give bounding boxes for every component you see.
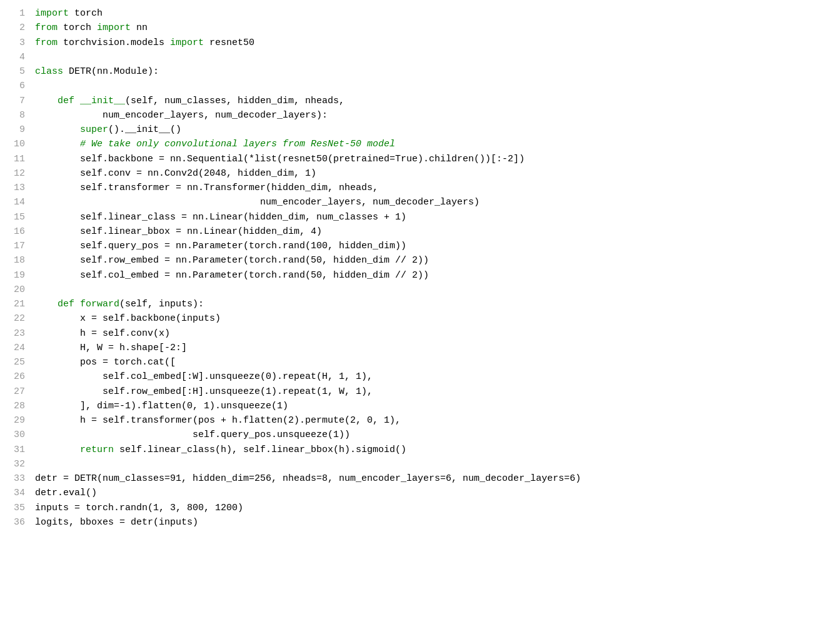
code-token-normal: ().__init__(): [108, 124, 181, 135]
line-number: 15: [10, 210, 25, 224]
code-token-normal: detr = DETR(num_classes=91, hidden_dim=2…: [35, 473, 581, 484]
code-line: num_encoder_layers, num_decoder_layers): [35, 195, 826, 209]
code-token-normal: (self, inputs):: [119, 299, 204, 309]
code-line: detr = DETR(num_classes=91, hidden_dim=2…: [35, 471, 826, 486]
code-token-import-kw: import: [170, 38, 204, 48]
code-token-normal: self.col_embed[:W].unsqueeze(0).repeat(H…: [35, 371, 373, 382]
code-token-fn-def: __init__: [80, 96, 125, 106]
code-line: self.col_embed[:W].unsqueeze(0).repeat(H…: [35, 370, 826, 384]
code-line: inputs = torch.randn(1, 3, 800, 1200): [35, 501, 826, 515]
line-number: 32: [10, 457, 25, 471]
code-token-normal: self.backbone = nn.Sequential(*list(resn…: [35, 154, 525, 164]
code-token-normal: self.col_embed = nn.Parameter(torch.rand…: [35, 270, 429, 281]
code-token-import-kw: import: [97, 23, 131, 33]
line-number: 6: [10, 79, 25, 93]
code-token-normal: x = self.backbone(inputs): [35, 313, 221, 324]
code-token-normal: [35, 124, 80, 135]
code-line: [35, 79, 826, 93]
code-token-normal: inputs = torch.randn(1, 3, 800, 1200): [35, 503, 243, 513]
line-number: 11: [10, 152, 25, 166]
line-number: 35: [10, 501, 25, 515]
code-line: super().__init__(): [35, 123, 826, 137]
code-line: num_encoder_layers, num_decoder_layers):: [35, 108, 826, 123]
code-token-normal: self.linear_class(h), self.linear_bbox(h…: [114, 445, 406, 455]
line-number: 27: [10, 385, 25, 399]
line-number: 3: [10, 36, 25, 50]
code-token-normal: ], dim=-1).flatten(0, 1).unsqueeze(1): [35, 401, 288, 411]
code-token-normal: detr.eval(): [35, 488, 97, 498]
code-line: def forward(self, inputs):: [35, 297, 826, 311]
code-token-normal: h = self.conv(x): [35, 328, 170, 339]
code-token-normal: self.conv = nn.Conv2d(2048, hidden_dim, …: [35, 168, 316, 179]
line-number: 7: [10, 94, 25, 108]
code-token-normal: num_encoder_layers, num_decoder_layers):: [35, 110, 328, 121]
code-token-normal: self.row_embed = nn.Parameter(torch.rand…: [35, 255, 429, 266]
line-number: 19: [10, 268, 25, 283]
code-token-normal: torchvision.models: [58, 38, 170, 48]
code-line: return self.linear_class(h), self.linear…: [35, 443, 826, 457]
code-token-normal: self.query_pos.unsqueeze(1)): [35, 430, 350, 440]
line-numbers: 1234567891011121314151617181920212223242…: [0, 6, 33, 638]
line-number: 14: [10, 195, 25, 209]
code-editor: 1234567891011121314151617181920212223242…: [0, 0, 839, 644]
code-token-normal: resnet50: [204, 38, 254, 48]
line-number: 20: [10, 283, 25, 297]
line-number: 18: [10, 253, 25, 268]
code-token-import-kw: def: [58, 96, 74, 106]
line-number: 31: [10, 443, 25, 457]
code-line: self.conv = nn.Conv2d(2048, hidden_dim, …: [35, 166, 826, 181]
code-line: pos = torch.cat([: [35, 355, 826, 370]
code-token-import-kw: def: [58, 299, 74, 309]
code-line: h = self.conv(x): [35, 326, 826, 341]
code-token-import-kw: return: [80, 445, 114, 455]
line-number: 12: [10, 166, 25, 181]
code-line: H, W = h.shape[-2:]: [35, 341, 826, 355]
code-token-normal: DETR(nn.Module):: [63, 66, 159, 77]
code-token-import-kw: class: [35, 66, 63, 77]
line-number: 23: [10, 326, 25, 341]
line-number: 4: [10, 50, 25, 64]
code-token-normal: pos = torch.cat([: [35, 357, 176, 368]
code-line: class DETR(nn.Module):: [35, 64, 826, 79]
code-line: self.backbone = nn.Sequential(*list(resn…: [35, 152, 826, 166]
code-line: self.linear_bbox = nn.Linear(hidden_dim,…: [35, 224, 826, 239]
code-token-normal: logits, bboxes = detr(inputs): [35, 517, 198, 528]
line-number: 22: [10, 311, 25, 326]
code-token-normal: nn: [131, 23, 148, 33]
code-token-normal: self.linear_class = nn.Linear(hidden_dim…: [35, 212, 406, 223]
line-number: 36: [10, 515, 25, 530]
line-number: 33: [10, 471, 25, 486]
line-number: 17: [10, 239, 25, 253]
line-number: 34: [10, 486, 25, 500]
code-token-import-kw: import: [35, 8, 69, 19]
code-token-normal: self.linear_bbox = nn.Linear(hidden_dim,…: [35, 226, 322, 237]
code-line: [35, 50, 826, 64]
line-number: 30: [10, 428, 25, 442]
code-token-normal: [74, 96, 80, 106]
code-line: self.linear_class = nn.Linear(hidden_dim…: [35, 210, 826, 224]
code-line: self.row_embed = nn.Parameter(torch.rand…: [35, 253, 826, 268]
code-line: self.row_embed[:H].unsqueeze(1).repeat(1…: [35, 385, 826, 399]
code-token-normal: num_encoder_layers, num_decoder_layers): [35, 197, 480, 208]
code-token-normal: H, W = h.shape[-2:]: [35, 343, 187, 353]
line-number: 1: [10, 6, 25, 21]
code-token-normal: [35, 299, 58, 309]
code-token-normal: [35, 445, 80, 455]
code-token-fn-def: forward: [80, 299, 119, 309]
code-token-import-kw: from: [35, 38, 58, 48]
line-number: 2: [10, 21, 25, 35]
code-line: self.col_embed = nn.Parameter(torch.rand…: [35, 268, 826, 283]
code-token-normal: torch: [69, 8, 103, 19]
code-line: detr.eval(): [35, 486, 826, 500]
code-token-normal: [35, 139, 80, 149]
code-token-normal: self.query_pos = nn.Parameter(torch.rand…: [35, 241, 406, 251]
line-number: 24: [10, 341, 25, 355]
line-number: 16: [10, 224, 25, 239]
code-token-import-kw: super: [80, 124, 108, 135]
code-body: import torchfrom torch import nnfrom tor…: [33, 6, 839, 638]
line-number: 21: [10, 297, 25, 311]
code-line: self.query_pos = nn.Parameter(torch.rand…: [35, 239, 826, 253]
line-number: 9: [10, 123, 25, 137]
code-token-normal: self.row_embed[:H].unsqueeze(1).repeat(1…: [35, 386, 373, 397]
code-token-normal: h = self.transformer(pos + h.flatten(2).…: [35, 415, 401, 426]
